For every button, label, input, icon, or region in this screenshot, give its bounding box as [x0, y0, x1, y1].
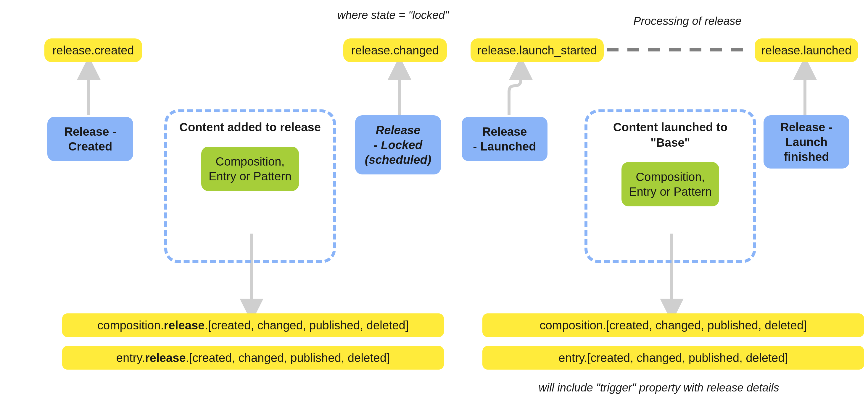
event-release-launched: release.launched	[755, 38, 858, 62]
annotation-trigger: will include "trigger" property with rel…	[538, 381, 779, 394]
event-release-created: release.created	[44, 38, 142, 62]
event-release-changed: release.changed	[343, 38, 447, 62]
group-content-added: Content added to release Composition, En…	[164, 109, 336, 263]
event-release-launch-started: release.launch_started	[470, 38, 604, 62]
group-title: Content added to release	[167, 120, 333, 135]
state-label: Release - Created	[55, 124, 126, 154]
bar-composition-release-events: composition.release.[created, changed, p…	[62, 313, 444, 337]
bar-entry-events: entry.[created, changed, published, dele…	[483, 346, 864, 370]
state-label: Release - Locked (scheduled)	[362, 123, 434, 167]
bar-text: entry.[created, changed, published, dele…	[558, 351, 788, 365]
bar-text: composition.release.[created, changed, p…	[97, 319, 409, 332]
annotation-processing: Processing of release	[633, 15, 741, 28]
state-release-locked: Release - Locked (scheduled)	[355, 115, 441, 174]
bar-text: composition.[created, changed, published…	[540, 319, 807, 332]
state-label: Release - Launch finished	[771, 120, 842, 164]
bar-text: entry.release.[created, changed, publish…	[116, 351, 390, 365]
annotation-where-state: where state = "locked"	[337, 9, 449, 22]
group-content-launched: Content launched to "Base" Composition, …	[585, 109, 756, 263]
state-label: Release - Launched	[473, 124, 536, 154]
bar-entry-release-events: entry.release.[created, changed, publish…	[62, 346, 444, 370]
state-release-launched: Release - Launched	[462, 117, 548, 161]
state-release-launch-finished: Release - Launch finished	[764, 115, 849, 169]
state-release-created: Release - Created	[48, 117, 133, 161]
group-title: Content launched to "Base"	[587, 120, 753, 150]
bar-composition-events: composition.[created, changed, published…	[483, 313, 864, 337]
chip-composition-entry-pattern-launched: Composition, Entry or Pattern	[621, 162, 719, 206]
chip-composition-entry-pattern-added: Composition, Entry or Pattern	[201, 147, 299, 191]
diagram-canvas: where state = "locked" Processing of rel…	[0, 0, 868, 403]
